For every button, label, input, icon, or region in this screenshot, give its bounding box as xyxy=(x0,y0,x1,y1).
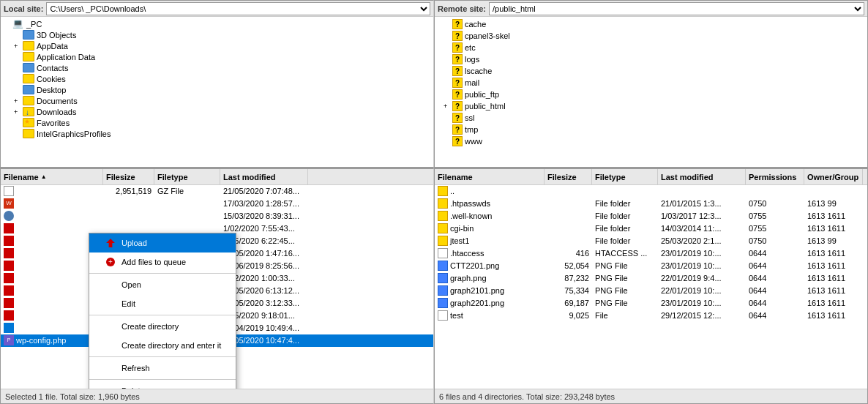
col-filetype-left[interactable]: Filetype xyxy=(154,169,220,184)
remote-file-row-4[interactable]: jtest1File folder25/03/2020 2:1...075016… xyxy=(435,235,867,247)
remote-file-row-5[interactable]: .htaccess416HTACCESS ...23/01/2019 10:..… xyxy=(435,247,867,260)
remote-tree-item-2[interactable]: ?etc xyxy=(436,42,866,53)
remote-folder-icon: ? xyxy=(452,42,463,53)
local-tree-item-2[interactable]: +AppData xyxy=(2,40,432,51)
file-icon-10 xyxy=(4,310,14,321)
remote-tree-item-9[interactable]: ?tmp xyxy=(436,124,866,135)
remote-file-icon-4 xyxy=(438,236,448,246)
remote-file-list[interactable]: ...htpasswdsFile folder21/01/2015 1:3...… xyxy=(435,185,867,389)
local-site-label: Local site: xyxy=(4,4,43,13)
remote-folder-icon: ? xyxy=(452,66,463,76)
remote-file-row-9[interactable]: graph2201.png69,187PNG File23/01/2019 10… xyxy=(435,297,867,310)
local-tree-item-5[interactable]: Cookies xyxy=(2,73,432,84)
remote-tree-item-8[interactable]: ?ssl xyxy=(436,112,866,124)
local-tree-item-10[interactable]: IntelGraphicsProfiles xyxy=(2,128,432,139)
context-menu-item-refresh[interactable]: Refresh xyxy=(89,359,236,378)
local-status-text: Selected 1 file. Total size: 1,960 bytes xyxy=(5,392,140,401)
remote-file-header: Filename Filesize Filetype Last modified… xyxy=(435,169,867,185)
remote-folder-icon: ? xyxy=(452,78,463,88)
local-site-path[interactable]: C:\Users\ _PC\Downloads\ xyxy=(46,2,430,15)
top-panels: Local site: C:\Users\ _PC\Downloads\ 💻_P… xyxy=(0,0,868,168)
local-tree-item-7[interactable]: +Documents xyxy=(2,95,432,106)
local-file-row-2[interactable]: 15/03/2020 8:39:31... xyxy=(1,210,433,222)
main-container: Local site: C:\Users\ _PC\Downloads\ 💻_P… xyxy=(0,0,868,404)
col-filename-left[interactable]: Filename ▲ xyxy=(1,169,103,184)
remote-status-bar: 6 files and 4 directories. Total size: 2… xyxy=(435,389,867,403)
add-icon: + xyxy=(104,256,117,268)
remote-file-row-7[interactable]: graph.png87,232PNG File22/01/2019 9:4...… xyxy=(435,272,867,285)
remote-tree-item-4[interactable]: ?lscache xyxy=(436,65,866,77)
remote-file-icon-8 xyxy=(438,285,448,296)
remote-tree-item-10[interactable]: ?www xyxy=(436,135,866,147)
remote-file-icon-5 xyxy=(438,248,448,258)
col-filesize-right[interactable]: Filesize xyxy=(545,169,592,184)
remote-file-icon-2 xyxy=(438,211,448,221)
remote-folder-icon: ? xyxy=(452,89,463,100)
col-filetype-right[interactable]: Filetype xyxy=(592,169,658,184)
context-menu-separator-2 xyxy=(89,273,236,274)
file-icon-6 xyxy=(4,261,14,271)
remote-folder-icon: ? xyxy=(452,101,463,111)
context-menu-item-create-directory-and-enter-it[interactable]: Create directory and enter it xyxy=(89,336,236,355)
remote-file-icon-1 xyxy=(438,198,448,209)
col-lastmod-left[interactable]: Last modified xyxy=(220,169,308,184)
remote-tree-item-0[interactable]: ?cache xyxy=(436,18,866,30)
col-filesize-left[interactable]: Filesize xyxy=(103,169,154,184)
remote-file-icon-10 xyxy=(438,310,448,321)
remote-file-icon-3 xyxy=(438,223,448,233)
local-site-panel: Local site: C:\Users\ _PC\Downloads\ 💻_P… xyxy=(0,0,434,168)
context-menu-item-create-directory[interactable]: Create directory xyxy=(89,317,236,336)
col-filename-right[interactable]: Filename xyxy=(435,169,545,184)
local-tree-item-3[interactable]: Application Data xyxy=(2,51,432,62)
col-permissions[interactable]: Permissions xyxy=(746,169,804,184)
context-menu-item-open[interactable]: Open xyxy=(89,275,236,294)
remote-file-icon-6 xyxy=(438,261,448,271)
file-icon-3 xyxy=(4,223,14,233)
context-menu-separator-10 xyxy=(89,379,236,380)
local-file-row-1[interactable]: W17/03/2020 1:28:57... xyxy=(1,198,433,210)
remote-file-icon-9 xyxy=(438,298,448,308)
context-menu: Upload+Add files to queueOpenEditCreate … xyxy=(89,233,236,389)
context-menu-separator-8 xyxy=(89,356,236,357)
context-menu-item-edit[interactable]: Edit xyxy=(89,294,236,313)
remote-file-row-3[interactable]: cgi-binFile folder14/03/2014 11:...07551… xyxy=(435,222,867,235)
remote-file-row-1[interactable]: .htpasswdsFile folder21/01/2015 1:3...07… xyxy=(435,198,867,210)
remote-file-row-10[interactable]: test9,025File29/12/2015 12:...06441613 1… xyxy=(435,310,867,322)
sort-arrow: ▲ xyxy=(41,173,47,180)
local-tree[interactable]: 💻_PC3D Objects+AppDataApplication DataCo… xyxy=(1,17,433,167)
remote-tree[interactable]: ?cache?cpanel3-skel?etc?logs?lscache?mai… xyxy=(435,17,867,167)
remote-file-row-0[interactable]: .. xyxy=(435,185,867,198)
local-tree-item-6[interactable]: Desktop xyxy=(2,84,432,95)
file-icon-11 xyxy=(4,323,14,333)
remote-tree-item-7[interactable]: +?public_html xyxy=(436,100,866,112)
local-tree-item-4[interactable]: Contacts xyxy=(2,62,432,73)
remote-site-path[interactable]: /public_html xyxy=(489,2,864,15)
remote-file-icon-7 xyxy=(438,273,448,283)
local-file-row-0[interactable]: 2,951,519GZ File21/05/2020 7:07:48... xyxy=(1,185,433,198)
local-tree-item-1[interactable]: 3D Objects xyxy=(2,29,432,40)
remote-file-row-2[interactable]: .well-knownFile folder1/03/2017 12:3...0… xyxy=(435,210,867,222)
context-menu-item-upload[interactable]: Upload xyxy=(89,233,236,252)
remote-folder-icon: ? xyxy=(452,136,463,146)
context-menu-item-delete[interactable]: Delete xyxy=(89,381,236,389)
folder-blue-icon xyxy=(23,30,34,40)
remote-tree-item-1[interactable]: ?cpanel3-skel xyxy=(436,30,866,42)
remote-file-row-6[interactable]: CTT2201.png52,054PNG File23/01/2019 10:.… xyxy=(435,260,867,272)
local-status-bar: Selected 1 file. Total size: 1,960 bytes xyxy=(1,389,433,403)
remote-tree-item-5[interactable]: ?mail xyxy=(436,77,866,89)
local-tree-item-0[interactable]: 💻_PC xyxy=(2,18,432,29)
col-lastmod-right[interactable]: Last modified xyxy=(658,169,746,184)
local-tree-item-8[interactable]: +↓Downloads xyxy=(2,106,432,117)
local-tree-item-9[interactable]: ★Favorites xyxy=(2,117,432,128)
local-file-list[interactable]: 2,951,519GZ File21/05/2020 7:07:48...W17… xyxy=(1,185,433,389)
remote-site-panel: Remote site: /public_html ?cache?cpanel3… xyxy=(434,0,868,168)
context-menu-item-add-files-to-queue[interactable]: +Add files to queue xyxy=(89,252,236,272)
remote-folder-icon: ? xyxy=(452,124,463,135)
remote-file-row-8[interactable]: graph2101.png75,334PNG File22/01/2019 10… xyxy=(435,285,867,297)
bottom-panels: Filename ▲ Filesize Filetype Last modifi… xyxy=(0,168,868,404)
remote-tree-item-6[interactable]: ?public_ftp xyxy=(436,89,866,100)
col-owner[interactable]: Owner/Group xyxy=(804,169,863,184)
file-icon-0 xyxy=(4,186,14,196)
remote-tree-item-3[interactable]: ?logs xyxy=(436,53,866,65)
remote-folder-icon: ? xyxy=(452,113,463,123)
